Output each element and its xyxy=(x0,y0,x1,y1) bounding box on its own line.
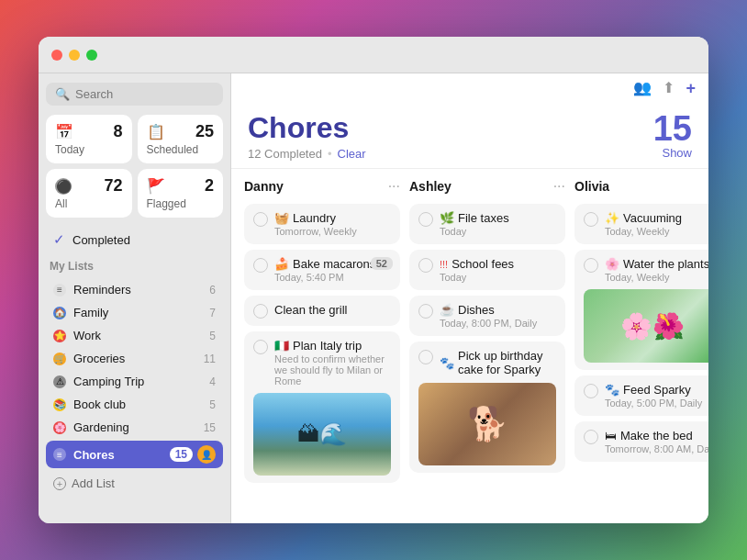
plants-meta: Today, Weekly xyxy=(605,272,708,283)
flagged-icon: 🚩 xyxy=(147,177,165,195)
plants-name: Water the plants xyxy=(623,257,708,271)
col-name-danny: Danny xyxy=(244,179,284,194)
italy-meta: Need to confirm whether we should fly to… xyxy=(274,353,391,386)
smart-item-flagged[interactable]: 🚩 2 Flagged xyxy=(138,169,224,218)
task-circle-italy[interactable] xyxy=(253,340,268,354)
task-laundry[interactable]: 🧺Laundry Tomorrow, Weekly xyxy=(244,204,400,244)
sidebar-item-bookclub[interactable]: 📚 Book club 5 xyxy=(46,393,223,416)
task-vacuuming[interactable]: ✨Vacuuming Today, Weekly xyxy=(574,204,708,244)
task-circle-clean[interactable] xyxy=(253,304,268,319)
dishes-name: Dishes xyxy=(458,303,495,317)
all-label: All xyxy=(55,197,123,210)
task-file-taxes[interactable]: 🌿File taxes Today xyxy=(409,204,565,244)
reminders-icon: ≡ xyxy=(53,284,66,297)
sidebar-item-camping[interactable]: ⚠ Camping Trip 4 xyxy=(46,370,223,393)
reminders-count: 6 xyxy=(209,284,216,297)
all-count: 72 xyxy=(104,176,122,196)
completed-label: Completed xyxy=(72,233,130,247)
smart-item-all[interactable]: ⚫ 72 All xyxy=(46,169,132,218)
traffic-lights xyxy=(51,50,97,61)
content-area: 👥 ⬆ + Chores 12 Completed • Clear 15 Sho… xyxy=(231,73,708,523)
bake-emoji: 🍰 xyxy=(274,257,289,271)
sidebar-item-chores[interactable]: ≡ Chores 15 👤 xyxy=(46,441,223,468)
chores-list-label: Chores xyxy=(73,448,115,462)
task-clean-grill[interactable]: Clean the grill xyxy=(244,296,400,326)
my-lists-heading: My Lists xyxy=(46,256,223,278)
bake-name: Bake macarons xyxy=(293,257,375,271)
col-header-ashley: Ashley ··· xyxy=(409,178,565,195)
clear-button[interactable]: Clear xyxy=(338,147,366,161)
task-feed-sparky[interactable]: 🐾Feed Sparky Today, 5:00 PM, Daily xyxy=(574,375,708,416)
add-list-icon: + xyxy=(53,477,66,490)
today-icon: 📅 xyxy=(55,123,73,140)
work-icon: ⭐ xyxy=(53,330,66,342)
task-bake[interactable]: 🍰Bake macarons Today, 5:40 PM 52 xyxy=(244,250,400,290)
task-school-fees[interactable]: !!! School fees Today xyxy=(409,250,565,290)
task-circle-bake[interactable] xyxy=(253,258,268,273)
sidebar-item-groceries[interactable]: 🛒 Groceries 11 xyxy=(46,347,223,370)
task-circle-plants[interactable] xyxy=(584,258,598,273)
groceries-label: Groceries xyxy=(73,352,125,365)
share-people-icon[interactable]: 👥 xyxy=(633,79,652,98)
upload-icon[interactable]: ⬆ xyxy=(663,79,675,98)
smart-item-today[interactable]: 📅 8 Today xyxy=(46,115,132,163)
sidebar-item-completed[interactable]: ✓ Completed xyxy=(46,227,223,252)
column-olivia: Olivia ··· ✨Vacuuming Today, Weekly xyxy=(574,178,708,514)
sidebar-item-reminders[interactable]: ≡ Reminders 6 xyxy=(46,278,223,301)
task-circle-feed[interactable] xyxy=(584,384,598,398)
cake-emoji: 🐾 xyxy=(440,356,454,370)
task-water-plants[interactable]: 🌸Water the plants Today, Weekly 🌸🌺 xyxy=(574,250,708,370)
search-input[interactable] xyxy=(75,87,214,101)
smart-item-scheduled[interactable]: 📋 25 Scheduled xyxy=(138,115,224,163)
task-birthday-cake[interactable]: 🐾Pick up birthday cake for Sparky 🐕 xyxy=(409,342,565,473)
feed-name: Feed Sparky xyxy=(623,383,691,397)
italy-image: 🏔🌊 xyxy=(253,393,391,476)
plants-emoji: 🌸 xyxy=(605,257,619,271)
titlebar xyxy=(39,37,708,73)
task-circle-fees[interactable] xyxy=(418,258,433,273)
scheduled-icon: 📋 xyxy=(147,123,165,140)
smart-lists: 📅 8 Today 📋 25 Scheduled ⚫ 72 xyxy=(46,115,223,218)
task-circle-bed[interactable] xyxy=(584,430,598,444)
completed-check-icon: ✓ xyxy=(53,231,65,248)
col-header-danny: Danny ··· xyxy=(244,178,400,195)
header-left: Chores 12 Completed • Clear xyxy=(248,111,366,161)
scheduled-count: 25 xyxy=(195,122,214,141)
maximize-button[interactable] xyxy=(86,50,97,61)
sidebar-item-family[interactable]: 🏠 Family 7 xyxy=(46,301,223,324)
laundry-emoji: 🧺 xyxy=(274,211,289,225)
task-circle-laundry[interactable] xyxy=(253,212,268,227)
sidebar-item-work[interactable]: ⭐ Work 5 xyxy=(46,324,223,347)
minimize-button[interactable] xyxy=(69,50,80,61)
search-box[interactable]: 🔍 xyxy=(46,83,223,106)
gardening-count: 15 xyxy=(204,421,216,434)
bookclub-count: 5 xyxy=(209,398,216,411)
task-italy[interactable]: 🇮🇹Plan Italy trip Need to confirm whethe… xyxy=(244,331,400,483)
taxes-name: File taxes xyxy=(458,211,509,225)
task-circle-cake[interactable] xyxy=(418,350,433,364)
camping-icon: ⚠ xyxy=(53,375,66,388)
sidebar-item-gardening[interactable]: 🌸 Gardening 15 xyxy=(46,416,223,439)
page-title: Chores xyxy=(248,111,366,145)
col-more-ashley[interactable]: ··· xyxy=(553,178,565,195)
feed-emoji: 🐾 xyxy=(605,383,619,397)
add-task-icon[interactable]: + xyxy=(686,79,696,98)
bake-badge: 52 xyxy=(371,257,393,270)
show-button[interactable]: Show xyxy=(653,146,692,160)
task-dishes[interactable]: ☕Dishes Today, 8:00 PM, Daily xyxy=(409,296,565,336)
close-button[interactable] xyxy=(51,50,62,61)
bed-meta: Tomorrow, 8:00 AM, Daily xyxy=(605,443,708,454)
col-header-olivia: Olivia ··· xyxy=(574,178,708,195)
task-circle-taxes[interactable] xyxy=(418,212,433,227)
bed-emoji: 🛏 xyxy=(605,429,617,442)
taxes-meta: Today xyxy=(440,226,556,237)
col-name-ashley: Ashley xyxy=(409,179,452,194)
task-circle-dishes[interactable] xyxy=(418,304,433,319)
add-list-button[interactable]: + Add List xyxy=(46,472,223,495)
task-circle-vacuuming[interactable] xyxy=(584,212,598,227)
task-make-bed[interactable]: 🛏Make the bed Tomorrow, 8:00 AM, Daily xyxy=(574,421,708,462)
vacuuming-emoji: ✨ xyxy=(605,211,619,225)
feed-meta: Today, 5:00 PM, Daily xyxy=(605,398,708,409)
bed-name: Make the bed xyxy=(620,429,693,442)
col-more-danny[interactable]: ··· xyxy=(388,178,400,195)
